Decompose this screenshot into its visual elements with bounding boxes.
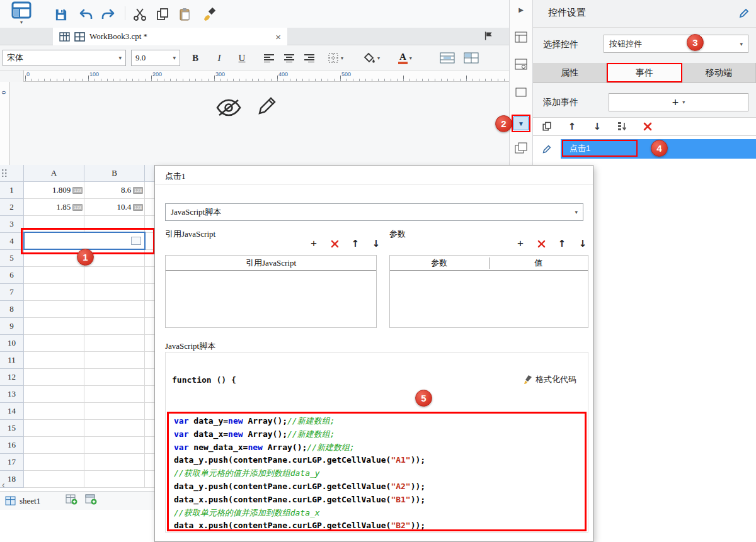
hidden-preview-widget[interactable]: [214, 97, 243, 121]
add-param-button[interactable]: +: [514, 237, 527, 250]
cell-B15[interactable]: [84, 420, 145, 437]
cell-B14[interactable]: [84, 403, 145, 420]
report-block-button[interactable]: [510, 59, 532, 70]
redo-button[interactable]: [100, 6, 117, 23]
cell-B1[interactable]: 8.6123: [84, 182, 145, 199]
app-menu-button[interactable]: ▾: [9, 1, 34, 28]
row-header-17[interactable]: 17: [0, 454, 24, 471]
ref-move-down-button[interactable]: ↓: [370, 237, 382, 250]
layers-button[interactable]: [510, 142, 532, 154]
row-header-15[interactable]: 15: [0, 420, 24, 437]
cell-A18[interactable]: [24, 471, 84, 488]
cell-A15[interactable]: [24, 420, 84, 437]
format-painter-button[interactable]: [200, 6, 218, 23]
column-header-a[interactable]: A: [24, 165, 84, 182]
rect-widget-button[interactable]: [510, 88, 532, 97]
workbook-tab[interactable]: WorkBook3.cpt * ×: [53, 28, 287, 45]
cell-A9[interactable]: [24, 318, 84, 335]
font-family-select[interactable]: 宋体▾: [3, 50, 126, 66]
row-header-8[interactable]: 8: [0, 301, 24, 318]
align-center-button[interactable]: [281, 50, 299, 65]
param-table-body[interactable]: [390, 271, 588, 328]
reorder-button[interactable]: [617, 121, 627, 132]
add-chart-sheet-button[interactable]: [85, 494, 97, 507]
script-type-select[interactable]: JavaScript脚本 ▾: [165, 203, 583, 221]
edit-widget[interactable]: [255, 93, 280, 121]
row-header-7[interactable]: 7: [0, 284, 24, 301]
tab-events[interactable]: 事件: [607, 63, 682, 82]
cell-B6[interactable]: [84, 267, 145, 284]
form-widget-button[interactable]: [510, 31, 532, 43]
underline-button[interactable]: U: [233, 50, 251, 65]
cell-A13[interactable]: [24, 386, 84, 403]
delete-ref-button[interactable]: [328, 237, 341, 250]
row-header-13[interactable]: 13: [0, 386, 24, 403]
delete-param-button[interactable]: [535, 237, 547, 250]
font-color-button[interactable]: A ▾: [398, 50, 412, 65]
save-button[interactable]: [52, 6, 69, 23]
copy-event-button[interactable]: [542, 121, 552, 132]
cell-B18[interactable]: [84, 471, 145, 488]
dropdown-widget-button[interactable]: ▼: [510, 115, 532, 132]
cut-button[interactable]: [131, 6, 149, 23]
row-header-14[interactable]: 14: [0, 403, 24, 420]
js-code-editor[interactable]: function () { 格式化代码 var data_y=new Array…: [165, 352, 588, 533]
paste-button[interactable]: [176, 6, 194, 23]
design-canvas[interactable]: 0: [0, 82, 509, 165]
cell-B7[interactable]: [84, 284, 145, 301]
row-header-1[interactable]: 1: [0, 182, 24, 199]
cell-B16[interactable]: [84, 437, 145, 454]
ref-js-table-body[interactable]: [166, 271, 376, 328]
unmerge-cells-button[interactable]: [464, 50, 479, 65]
cell-A7[interactable]: [24, 284, 84, 301]
cell-B13[interactable]: [84, 386, 145, 403]
fill-color-button[interactable]: ▾: [363, 50, 380, 65]
step5-highlight-box[interactable]: var data_y=new Array();//新建数组;var data_x…: [167, 412, 587, 531]
param-move-down-button[interactable]: ↓: [576, 237, 589, 250]
column-header-b[interactable]: B: [84, 165, 145, 182]
borders-button[interactable]: ▾: [328, 50, 343, 65]
scroll-left-icon[interactable]: ‹: [2, 480, 5, 490]
ref-move-up-button[interactable]: ↑: [349, 237, 362, 250]
move-up-button[interactable]: ↑: [567, 121, 577, 132]
cell-A11[interactable]: [24, 352, 84, 369]
param-move-up-button[interactable]: ↑: [556, 237, 568, 250]
cell-B11[interactable]: [84, 352, 145, 369]
cell-A12[interactable]: [24, 369, 84, 386]
delete-event-button[interactable]: [643, 122, 653, 131]
copy-button[interactable]: [154, 6, 171, 23]
tab-close-icon[interactable]: ×: [275, 32, 281, 42]
cell-A8[interactable]: [24, 301, 84, 318]
row-header-6[interactable]: 6: [0, 267, 24, 284]
pin-flag-icon[interactable]: [484, 31, 493, 43]
cell-A16[interactable]: [24, 437, 84, 454]
font-size-select[interactable]: 9.0▾: [131, 50, 180, 66]
edit-event-button[interactable]: [533, 139, 561, 159]
cell-A14[interactable]: [24, 403, 84, 420]
row-header-11[interactable]: 11: [0, 352, 24, 369]
bold-button[interactable]: B: [186, 50, 204, 65]
select-all-corner[interactable]: [0, 165, 24, 182]
sheet-tab[interactable]: sheet1: [20, 496, 40, 506]
add-ref-button[interactable]: +: [307, 237, 320, 250]
cell-B8[interactable]: [84, 301, 145, 318]
merge-cells-button[interactable]: [440, 50, 455, 65]
row-header-10[interactable]: 10: [0, 335, 24, 352]
cell-A1[interactable]: 1.809123: [24, 182, 84, 199]
widget-type-select[interactable]: 按钮控件 ▾: [604, 35, 748, 53]
undo-button[interactable]: [77, 6, 94, 23]
align-left-button[interactable]: [261, 50, 278, 65]
cell-B10[interactable]: [84, 335, 145, 352]
row-header-16[interactable]: 16: [0, 437, 24, 454]
cell-A10[interactable]: [24, 335, 84, 352]
cell-B9[interactable]: [84, 318, 145, 335]
expand-panel-button[interactable]: ▶: [510, 6, 532, 13]
row-header-12[interactable]: 12: [0, 369, 24, 386]
tab-properties[interactable]: 属性: [533, 63, 607, 82]
italic-button[interactable]: I: [210, 50, 228, 65]
row-header-2[interactable]: 2: [0, 199, 24, 216]
format-code-button[interactable]: 格式化代码: [522, 374, 576, 385]
move-down-button[interactable]: ↓: [592, 121, 602, 132]
tab-mobile[interactable]: 移动端: [682, 63, 756, 82]
cell-A2[interactable]: 1.85123: [24, 199, 84, 216]
